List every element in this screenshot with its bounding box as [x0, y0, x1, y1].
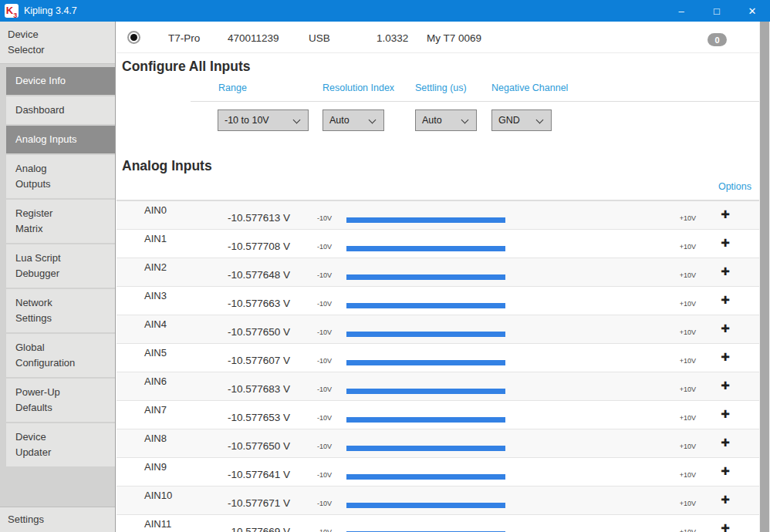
sidebar-nav: Device Info Dashboard Analog Inputs Anal…: [0, 67, 115, 468]
range-min-label: -10V: [317, 414, 332, 422]
add-options-icon[interactable]: ✚: [721, 351, 730, 363]
sidebar-item-device-selector[interactable]: Device Selector: [0, 22, 115, 64]
content-scrollbar[interactable]: [759, 22, 770, 532]
add-options-icon[interactable]: ✚: [721, 322, 730, 335]
sidebar-item-device-info[interactable]: Device Info: [6, 67, 115, 95]
analog-input-row-ain11: AIN11 -10.577669 V -10V +10V ✚: [117, 515, 759, 532]
chevron-down-icon: [293, 116, 301, 124]
value-bar-track: [346, 246, 678, 251]
sidebar-spacer: [0, 468, 115, 507]
value-bar-track: [346, 474, 678, 480]
add-options-icon[interactable]: ✚: [721, 408, 730, 420]
dropdown-selected-value: GND: [498, 115, 520, 126]
value-bar: [346, 389, 505, 394]
channel-value: -10.577671 V: [228, 497, 290, 509]
analog-input-row-ain3: AIN3 -10.577663 V -10V +10V ✚: [117, 287, 759, 315]
range-max-label: +10V: [680, 528, 696, 532]
sidebar-item-label: Device Updater: [15, 431, 51, 458]
sidebar-item-register-matrix[interactable]: Register Matrix: [6, 200, 115, 243]
analog-input-row-ain6: AIN6 -10.577683 V -10V +10V ✚: [117, 372, 759, 401]
chevron-down-icon: [369, 116, 377, 124]
sidebar-item-label: Dashboard: [15, 104, 65, 116]
range-min-label: -10V: [317, 300, 332, 308]
add-options-icon[interactable]: ✚: [721, 522, 730, 532]
channel-value: -10.577641 V: [228, 469, 290, 480]
sidebar-item-dashboard[interactable]: Dashboard: [6, 96, 115, 124]
value-bar: [346, 217, 505, 223]
kipling-window: K 3 Kipling 3.4.7 – □ ✕ Device Selector …: [0, 0, 770, 532]
config-dropdown-settling-us-[interactable]: Auto: [415, 109, 477, 131]
range-max-label: +10V: [680, 500, 696, 507]
range-min-label: -10V: [317, 386, 332, 393]
add-options-icon[interactable]: ✚: [721, 208, 730, 221]
channel-value: -10.577613 V: [228, 212, 290, 224]
sidebar-item-global-configuration[interactable]: Global Configuration: [6, 334, 115, 377]
value-bar: [346, 332, 505, 337]
config-column-label: Settling (us): [415, 82, 467, 93]
sidebar-item-analog-outputs[interactable]: Analog Outputs: [6, 155, 115, 198]
range-max-label: +10V: [680, 414, 696, 422]
add-options-icon[interactable]: ✚: [721, 265, 730, 278]
chevron-down-icon: [461, 116, 469, 124]
analog-input-row-ain9: AIN9 -10.577641 V -10V +10V ✚: [117, 458, 759, 487]
channel-label: AIN5: [144, 347, 167, 359]
sidebar-item-lua-script-debugger[interactable]: Lua Script Debugger: [6, 244, 115, 288]
count-badge: 0: [708, 33, 727, 46]
scrollbar-thumb[interactable]: [760, 22, 769, 532]
range-max-label: +10V: [680, 271, 696, 279]
value-bar-track: [346, 332, 678, 337]
range-min-label: -10V: [317, 471, 332, 479]
device-serial: 470011239: [228, 32, 279, 44]
configure-all-inputs-title: Configure All Inputs: [122, 59, 251, 75]
sidebar-item-power-up-defaults[interactable]: Power-Up Defaults: [6, 379, 115, 422]
channel-value: -10.577648 V: [228, 269, 290, 281]
config-column-label: Range: [218, 82, 247, 93]
sidebar-item-settings[interactable]: Settings: [0, 507, 115, 532]
channel-value: -10.577650 V: [228, 326, 290, 338]
analog-inputs-title: Analog Inputs: [122, 158, 212, 174]
config-column-label: Resolution Index: [323, 82, 394, 93]
device-selected-radio[interactable]: [127, 31, 140, 44]
channel-value: -10.577708 V: [228, 241, 290, 252]
analog-input-row-ain1: AIN1 -10.577708 V -10V +10V ✚: [117, 230, 759, 258]
sidebar-item-label: Device Info: [15, 75, 66, 86]
device-connection: USB: [309, 32, 330, 44]
minimize-button[interactable]: –: [664, 0, 699, 22]
value-bar-track: [346, 417, 678, 423]
sidebar-item-label: Network Settings: [15, 297, 52, 324]
sidebar-item-label: Analog Outputs: [15, 163, 51, 190]
channel-value: -10.577650 V: [228, 440, 290, 452]
range-min-label: -10V: [317, 357, 332, 365]
value-bar: [346, 360, 505, 365]
config-dropdown-negative-channel[interactable]: GND: [491, 109, 552, 131]
range-max-label: +10V: [680, 243, 696, 251]
range-max-label: +10V: [680, 386, 696, 393]
window-controls: – □ ✕: [664, 0, 770, 22]
window-title: Kipling 3.4.7: [24, 5, 77, 16]
sidebar-item-analog-inputs[interactable]: Analog Inputs: [6, 126, 115, 153]
close-button[interactable]: ✕: [735, 0, 770, 22]
analog-input-row-ain7: AIN7 -10.577653 V -10V +10V ✚: [117, 401, 759, 429]
options-link[interactable]: Options: [718, 181, 751, 192]
sidebar-item-device-updater[interactable]: Device Updater: [6, 423, 115, 466]
dropdown-selected-value: Auto: [329, 115, 350, 126]
config-dropdown-resolution-index[interactable]: Auto: [323, 109, 384, 131]
add-options-icon[interactable]: ✚: [721, 436, 730, 449]
add-options-icon[interactable]: ✚: [721, 294, 730, 306]
analog-inputs-table: AIN0 -10.577613 V -10V +10V ✚ AIN1 -10.5…: [117, 200, 759, 532]
sidebar-item-network-settings[interactable]: Network Settings: [6, 289, 115, 332]
analog-input-row-ain0: AIN0 -10.577613 V -10V +10V ✚: [117, 201, 759, 230]
add-options-icon[interactable]: ✚: [721, 237, 730, 249]
maximize-button[interactable]: □: [699, 0, 735, 22]
value-bar: [346, 274, 505, 280]
add-options-icon[interactable]: ✚: [721, 465, 730, 477]
channel-label: AIN1: [144, 233, 167, 244]
config-dropdown-range[interactable]: -10 to 10V: [218, 109, 309, 131]
add-options-icon[interactable]: ✚: [721, 379, 730, 392]
value-bar-track: [346, 503, 678, 508]
sidebar-item-label: Power-Up Defaults: [15, 386, 60, 413]
range-max-label: +10V: [680, 300, 696, 308]
range-min-label: -10V: [317, 443, 332, 450]
value-bar-track: [346, 360, 678, 365]
add-options-icon[interactable]: ✚: [721, 493, 730, 506]
